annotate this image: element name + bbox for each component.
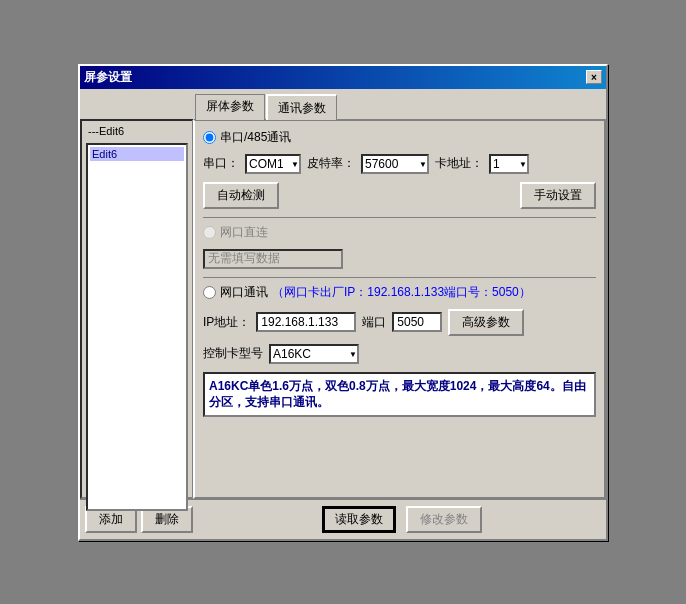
right-panel: 串口/485通讯 串口： COM1 皮特率： 57600 卡地址： (193, 119, 606, 499)
port-select-wrapper: COM1 (245, 154, 301, 174)
ip-label: IP地址： (203, 314, 250, 331)
port-label: 串口： (203, 155, 239, 172)
left-panel-label: ---Edit6 (88, 125, 124, 137)
port2-label: 端口 (362, 314, 386, 331)
main-area: ---Edit6 Edit6 串口/485通讯 串口： COM1 皮特率： (80, 119, 606, 499)
main-window: 屏参设置 × 屏体参数 通讯参数 ---Edit6 Edit6 串口/485通讯 (78, 64, 608, 541)
ip-port-row: IP地址： 端口 高级参数 (203, 309, 596, 336)
left-list[interactable]: Edit6 (86, 143, 188, 511)
net-comm-link: （网口卡出厂IP：192.168.1.133端口号：5050） (272, 284, 531, 301)
list-item[interactable]: Edit6 (90, 147, 184, 161)
divider1 (203, 217, 596, 218)
serial-radio[interactable] (203, 131, 216, 144)
card-type-select-wrapper: A16KC (269, 344, 359, 364)
card-type-row: 控制卡型号 A16KC (203, 344, 596, 364)
baud-label: 皮特率： (307, 155, 355, 172)
port-select[interactable]: COM1 (245, 154, 301, 174)
card-type-select[interactable]: A16KC (269, 344, 359, 364)
tab-row: 屏体参数 通讯参数 (195, 89, 606, 119)
divider2 (203, 277, 596, 278)
baud-select-wrapper: 57600 (361, 154, 429, 174)
description-box: A16KC单色1.6万点，双色0.8万点，最大宽度1024，最大高度64。自由分… (203, 372, 596, 418)
window-title: 屏参设置 (84, 69, 132, 86)
net-comm-radio[interactable] (203, 286, 216, 299)
tab-comm-params[interactable]: 通讯参数 (266, 94, 337, 120)
detect-buttons-row: 自动检测 手动设置 (203, 182, 596, 209)
ip-input[interactable] (256, 312, 356, 332)
card-addr-label: 卡地址： (435, 155, 483, 172)
tab-screen-params[interactable]: 屏体参数 (195, 94, 265, 120)
close-button[interactable]: × (586, 70, 602, 84)
net-comm-row: 网口通讯 （网口卡出厂IP：192.168.1.133端口号：5050） (203, 284, 596, 301)
card-type-label: 控制卡型号 (203, 345, 263, 362)
port-baud-row: 串口： COM1 皮特率： 57600 卡地址： 1 (203, 154, 596, 174)
serial-radio-label: 串口/485通讯 (220, 129, 291, 146)
net-direct-row: 网口直连 (203, 224, 596, 241)
left-panel: ---Edit6 Edit6 (80, 119, 193, 499)
manual-set-button[interactable]: 手动设置 (520, 182, 596, 209)
net-direct-input-row (203, 249, 596, 269)
card-addr-select-wrapper: 1 (489, 154, 529, 174)
title-bar: 屏参设置 × (80, 66, 606, 89)
serial-radio-row: 串口/485通讯 (203, 129, 596, 146)
net-direct-radio[interactable] (203, 226, 216, 239)
read-params-button[interactable]: 读取参数 (322, 506, 396, 533)
auto-detect-button[interactable]: 自动检测 (203, 182, 279, 209)
net-direct-input (203, 249, 343, 269)
card-addr-select[interactable]: 1 (489, 154, 529, 174)
action-buttons-row: 读取参数 修改参数 (197, 500, 606, 539)
modify-params-button[interactable]: 修改参数 (406, 506, 482, 533)
port2-input[interactable] (392, 312, 442, 332)
baud-select[interactable]: 57600 (361, 154, 429, 174)
net-direct-label: 网口直连 (220, 224, 268, 241)
advanced-button[interactable]: 高级参数 (448, 309, 524, 336)
title-bar-buttons: × (586, 70, 602, 84)
net-comm-label: 网口通讯 (220, 284, 268, 301)
